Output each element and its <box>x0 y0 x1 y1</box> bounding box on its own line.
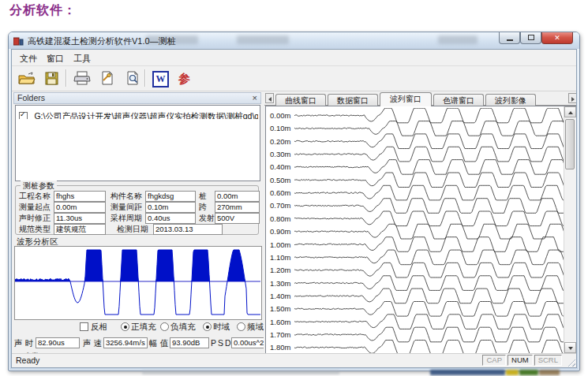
analysis-waveform <box>15 247 260 319</box>
folder-item[interactable]: G:\公司产品设计开发\超声仪器\超声仪实拍检测数据\测桩qd\qd03\qd0… <box>19 109 258 119</box>
print-setup-button[interactable] <box>97 69 117 88</box>
toolbar: W 参 <box>12 66 576 91</box>
param-field[interactable]: 0.40us <box>145 213 196 224</box>
param-field[interactable]: 0.00m <box>54 202 106 213</box>
waveform-controls: 反相 正填充 负填充 时域 频域 <box>13 322 264 333</box>
depth-label: 1.70m <box>270 330 295 339</box>
params-button[interactable]: 参 <box>174 69 194 88</box>
tab-scroll-right[interactable] <box>568 93 577 103</box>
toolbar-separator <box>66 69 67 87</box>
sound-time-label: 声 时 <box>14 338 33 349</box>
param-field[interactable]: fhgkdsg <box>145 191 196 202</box>
word-icon: W <box>152 71 169 87</box>
scroll-up-icon <box>568 111 573 114</box>
open-folder-icon <box>18 72 36 86</box>
menu-tools[interactable]: 工具 <box>70 52 94 65</box>
print-preview-button[interactable] <box>122 69 142 88</box>
param-field[interactable]: 500V <box>215 213 260 224</box>
folder-checkbox[interactable] <box>19 112 28 119</box>
negative-fill-label: 负填充 <box>170 322 196 333</box>
param-label: 工程名称 <box>19 192 51 201</box>
param-field[interactable]: 270mm <box>215 202 260 213</box>
depth-label: 1.80m <box>270 343 295 352</box>
background-artifact <box>506 370 519 375</box>
time-domain-radio[interactable] <box>203 322 212 331</box>
depth-label: 1.40m <box>270 292 295 300</box>
negative-fill-radio[interactable] <box>160 322 169 331</box>
param-field[interactable]: fhghs <box>54 191 106 202</box>
minimize-icon <box>507 39 513 41</box>
param-label: 测量起点 <box>19 203 51 212</box>
param-label: 声时修正 <box>19 214 51 223</box>
folders-close-icon[interactable]: × <box>253 93 257 103</box>
psd-field[interactable]: 0.00us^2/m <box>231 337 264 348</box>
tab-curve-window[interactable]: 曲线窗口 <box>275 94 326 106</box>
velocity-field[interactable]: 3256.94m/s <box>103 337 148 348</box>
waveform-analysis-plot[interactable] <box>14 246 262 320</box>
param-field[interactable]: 建筑规范 <box>54 224 106 235</box>
minimize-button[interactable] <box>499 32 520 44</box>
folders-panel-header[interactable]: Folders × <box>13 92 261 104</box>
close-button[interactable]: ✕ <box>541 32 573 44</box>
scroll-down-button[interactable] <box>564 342 576 353</box>
positive-fill-radio[interactable] <box>121 322 129 331</box>
invert-checkbox[interactable] <box>80 322 88 331</box>
background-artifact <box>519 370 538 375</box>
param-field[interactable]: 11.30us <box>54 213 106 224</box>
scroll-down-icon <box>568 347 573 350</box>
depth-label: 0.60m <box>270 188 295 197</box>
param-field[interactable]: 2013.03.13 <box>153 224 223 235</box>
print-button[interactable] <box>72 69 92 88</box>
depth-label: 1.60m <box>270 318 295 326</box>
param-field[interactable]: 0.00m <box>215 191 260 202</box>
tab-wavetrain-image[interactable]: 波列影像 <box>485 94 536 106</box>
close-icon: ✕ <box>542 32 572 43</box>
psd-label: PSD <box>211 338 233 348</box>
background-artifact <box>142 370 339 374</box>
tab-spectrum-window[interactable]: 色谱窗口 <box>433 94 484 106</box>
open-button[interactable] <box>17 69 36 88</box>
save-button[interactable] <box>42 69 62 88</box>
sound-time-field[interactable]: 82.90us <box>36 337 80 348</box>
menu-bar: 文件 窗口 工具 <box>12 50 576 66</box>
depth-label: 0.70m <box>270 201 295 210</box>
depth-label: 0.50m <box>270 176 295 184</box>
app-window: 高铁建混凝土检测分析软件V1.0—测桩 ✕ 文件 窗口 工具 <box>8 32 580 371</box>
menu-window[interactable]: 窗口 <box>43 52 67 65</box>
word-export-button[interactable]: W <box>151 69 170 88</box>
freq-domain-label: 频域 <box>247 322 264 333</box>
param-label: 测量间距 <box>110 203 142 212</box>
resize-grip[interactable] <box>566 357 575 367</box>
toolbar-separator <box>144 69 146 87</box>
status-message: Ready <box>16 356 39 365</box>
menu-file[interactable]: 文件 <box>17 52 40 65</box>
depth-label: 0.40m <box>270 162 295 171</box>
freq-domain-radio[interactable] <box>237 322 245 331</box>
tab-scroll-left[interactable] <box>265 93 274 103</box>
status-bar: Ready CAP NUM SCRL <box>12 353 576 367</box>
glass-reflection <box>237 35 289 44</box>
folder-item-label: G:\公司产品设计开发\超声仪器\超声仪实拍检测数据\测桩qd\qd03\qd0… <box>34 111 258 119</box>
param-label: 构件名称 <box>110 192 142 201</box>
window-titlebar[interactable]: 高铁建混凝土检测分析软件V1.0—测桩 ✕ <box>9 32 579 49</box>
wave-train-area[interactable]: 0.00m0.10m0.20m0.30m0.40m0.50m0.60m0.70m… <box>265 106 577 354</box>
folders-list[interactable]: G:\公司产品设计开发\超声仪器\超声仪实拍检测数据\测桩qd\qd03\qd0… <box>15 105 260 181</box>
view-tabstrip: 曲线窗口 数据窗口 波列窗口 色谱窗口 波列影像 <box>264 91 577 106</box>
param-label: 采样周期 <box>110 214 142 223</box>
tab-data-window[interactable]: 数据窗口 <box>328 94 378 106</box>
maximize-button[interactable] <box>520 32 541 44</box>
tab-wavetrain-window[interactable]: 波列窗口 <box>380 92 432 106</box>
depth-label: 0.30m <box>270 150 295 158</box>
right-view-pane: 曲线窗口 数据窗口 波列窗口 色谱窗口 波列影像 0.00m0.10m0.20m… <box>264 91 577 355</box>
positive-fill-label: 正填充 <box>131 322 156 333</box>
amplitude-field[interactable]: 93.90dB <box>170 337 209 348</box>
param-field[interactable]: 0.10m <box>145 202 196 213</box>
params-char-icon: 参 <box>178 72 190 87</box>
background-artifact <box>539 370 560 375</box>
scrollbar-thumb[interactable] <box>565 119 575 169</box>
scroll-up-button[interactable] <box>564 106 576 117</box>
groupbox-title: 测桩参数 <box>21 181 57 192</box>
vertical-scrollbar[interactable] <box>564 106 576 353</box>
window-title: 高铁建混凝土检测分析软件V1.0—测桩 <box>28 35 176 47</box>
depth-label: 0.90m <box>270 227 295 236</box>
